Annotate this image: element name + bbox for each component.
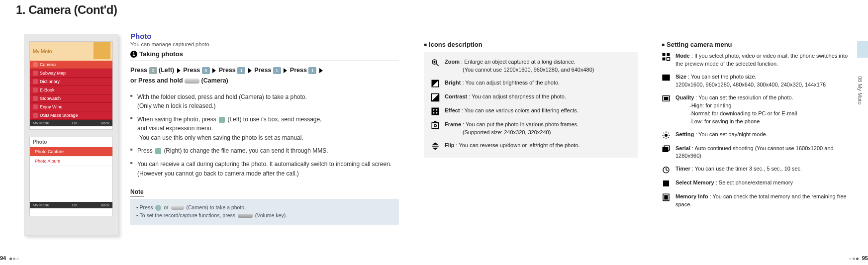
setting-t: Setting xyxy=(675,131,694,137)
b3a: Press xyxy=(137,147,153,154)
effect-t: Effect xyxy=(445,107,460,113)
size-t: Size xyxy=(675,74,686,80)
taking-photos-label: Taking photos xyxy=(139,50,183,58)
phone-mock-container: My Moto Camera Subway Map Dictionary E-B… xyxy=(24,34,118,236)
effect-icon xyxy=(431,107,440,116)
meminfo-t: Memory Info xyxy=(675,193,708,199)
phone1-item5: Enjoy Wine xyxy=(40,104,63,109)
key-1: 1 xyxy=(237,67,245,74)
serial-icon xyxy=(662,145,671,154)
phone1-item1: Subway Map xyxy=(40,71,66,76)
divider xyxy=(130,61,399,61)
settings-heading-text: Setting camera menu xyxy=(667,41,732,48)
phone2-item0: Photo Capture xyxy=(35,149,64,154)
frame-icon xyxy=(431,121,440,130)
cube-icon xyxy=(94,42,110,59)
phone2-foot-l: My Menu xyxy=(33,203,49,207)
b1b: (Camera) to take a photo. xyxy=(239,93,307,100)
quality-q2: -Normal: for downloading to PC or for E-… xyxy=(675,110,797,118)
n1b: or xyxy=(164,204,168,210)
svg-point-12 xyxy=(434,124,437,127)
key-0: 0 xyxy=(149,67,157,74)
t-left: (Left) xyxy=(159,67,174,74)
svg-rect-15 xyxy=(667,53,670,56)
page-title: 1. Camera (Cont'd) xyxy=(16,3,117,17)
zoom-d: : Enlarge an object captured at a long d… xyxy=(461,59,576,65)
t-press1: Press xyxy=(130,67,147,74)
svg-point-7 xyxy=(433,109,435,110)
select-memory-icon xyxy=(662,179,671,188)
frame-d2: (Supported size: 240x320, 320x240) xyxy=(445,129,551,137)
phone-screen-menu: My Moto Camera Subway Map Dictionary E-B… xyxy=(29,41,113,130)
size-d2: 1200x1600, 960x1280, 480x640, 300x400, 2… xyxy=(675,82,826,88)
contrast-t: Contrast xyxy=(445,93,467,99)
phone2-foot-c: OK xyxy=(72,203,78,207)
note-box: Press or (Camera) to take a photo. To se… xyxy=(130,199,399,225)
softkey-icon xyxy=(219,117,225,123)
page-left-num: 94 xyxy=(0,255,6,261)
b2c: and visual expression menu. xyxy=(137,125,213,132)
phone1-item4: Stopwatch xyxy=(40,96,61,101)
ok-button-icon xyxy=(155,205,161,211)
phone1-foot-l: My Menu xyxy=(33,121,49,125)
page-dots-icon xyxy=(9,255,19,261)
mode-t: Mode xyxy=(675,53,690,59)
photo-heading: Photo xyxy=(130,32,399,40)
volume-key-icon xyxy=(238,214,253,218)
key-1: 1 xyxy=(308,67,316,74)
settings-heading: ■Setting camera menu xyxy=(662,41,851,48)
svg-line-26 xyxy=(664,132,665,133)
arrow-right-icon xyxy=(212,68,216,73)
setting-icon xyxy=(662,131,671,140)
phone1-foot-c: OK xyxy=(72,121,78,125)
list-item: You can receive a call during capturing … xyxy=(130,160,399,178)
svg-rect-35 xyxy=(663,180,669,186)
svg-rect-30 xyxy=(663,147,668,152)
t-press2: Press xyxy=(183,67,200,74)
quality-icon xyxy=(662,94,671,103)
serial-t: Serial xyxy=(675,145,690,151)
setting-camera-section: ■Setting camera menu Mode : If you selec… xyxy=(662,41,851,209)
instruction-list: With the folder closed, press and hold (… xyxy=(130,92,399,178)
svg-point-9 xyxy=(433,112,435,113)
svg-point-10 xyxy=(436,112,438,113)
softkey-icon xyxy=(155,148,161,154)
b3b: (Right) to change the file name, you can… xyxy=(164,147,328,154)
quality-q3: -Low: for saving in the phone xyxy=(675,118,797,126)
flip-t: Flip xyxy=(445,142,455,148)
phone-screen-photo: Photo Photo Capture Photo Album My MenuO… xyxy=(29,137,113,216)
phone2-item1: Photo Album xyxy=(35,159,60,164)
svg-rect-11 xyxy=(432,123,439,129)
contrast-icon xyxy=(431,93,440,102)
step-number-1: 1 xyxy=(130,51,137,58)
page-dots-icon xyxy=(849,255,859,261)
svg-rect-17 xyxy=(667,58,670,61)
flip-icon xyxy=(431,142,440,151)
effect-d: : You can use various colors and filteri… xyxy=(462,107,579,113)
photo-subtext: You can manage captured photo. xyxy=(130,41,399,47)
quality-q1: -High: for printing xyxy=(675,102,797,110)
key-5: 5 xyxy=(202,67,210,74)
arrow-right-icon xyxy=(319,68,323,73)
svg-rect-18 xyxy=(663,75,670,81)
page-number-right: 95 xyxy=(849,255,868,261)
frame-t: Frame xyxy=(445,121,461,127)
phone2-foot-r: Back xyxy=(100,203,109,207)
n1a: Press xyxy=(140,204,153,210)
svg-line-28 xyxy=(664,137,665,138)
zoom-t: Zoom xyxy=(445,59,460,65)
quality-d: : You can set the resolution of the phot… xyxy=(695,94,793,100)
size-icon xyxy=(662,73,671,82)
t-press4: Press xyxy=(254,67,271,74)
selmem-d: : Select phone/external memory xyxy=(716,179,793,185)
zoom-d2: (You cannot use 1200x1600, 960x1280, and… xyxy=(445,66,594,74)
page-number-left: 94 xyxy=(0,255,19,261)
bright-d: : You can adjust brightness of the photo… xyxy=(462,80,560,86)
phone1-item6: USB Mass Storage xyxy=(40,113,78,118)
photo-section: Photo You can manage captured photo. 1 T… xyxy=(130,32,399,225)
svg-rect-6 xyxy=(432,107,439,115)
icons-heading: ■Icons description xyxy=(424,41,638,48)
taking-photos-heading: 1 Taking photos xyxy=(130,50,399,58)
serial-d: : Auto continued shooting (You cannot us… xyxy=(675,145,834,159)
selmem-t: Select Memory xyxy=(675,179,714,185)
